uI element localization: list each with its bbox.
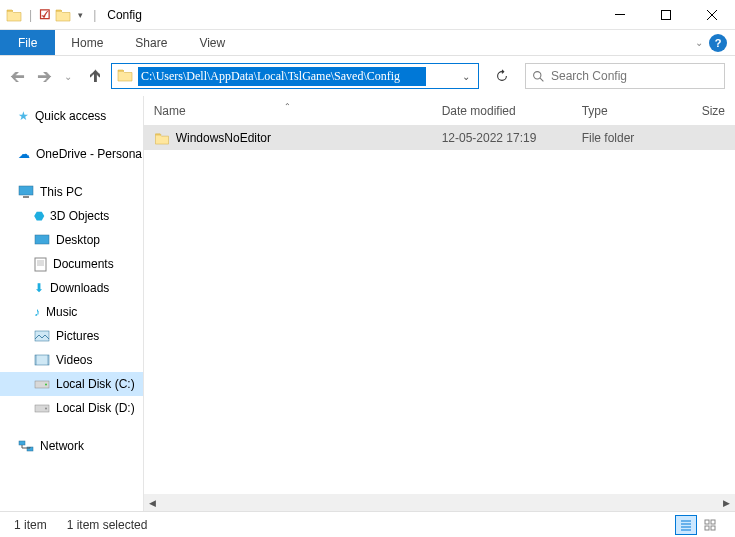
sidebar-item-local-disk-c[interactable]: Local Disk (C:) bbox=[0, 372, 143, 396]
svg-rect-4 bbox=[23, 196, 29, 198]
svg-rect-0 bbox=[615, 14, 625, 15]
star-icon: ★ bbox=[18, 109, 29, 123]
download-icon: ⬇ bbox=[34, 281, 44, 295]
status-bar: 1 item 1 item selected bbox=[0, 511, 735, 537]
content-pane: Name ⌃ Date modified Type Size WindowsNo… bbox=[144, 96, 735, 511]
sidebar-item-3d-objects[interactable]: ⬣ 3D Objects bbox=[0, 204, 143, 228]
document-icon bbox=[34, 257, 47, 272]
file-name: WindowsNoEditor bbox=[176, 131, 271, 145]
svg-rect-6 bbox=[35, 258, 46, 271]
horizontal-scrollbar[interactable]: ◀ ▶ bbox=[144, 494, 735, 511]
scroll-left-icon[interactable]: ◀ bbox=[144, 494, 161, 511]
view-icons-button[interactable] bbox=[699, 515, 721, 535]
sidebar-item-this-pc[interactable]: This PC bbox=[0, 180, 143, 204]
svg-rect-8 bbox=[35, 355, 49, 365]
svg-point-2 bbox=[534, 71, 541, 78]
sidebar-item-local-disk-d[interactable]: Local Disk (D:) bbox=[0, 396, 143, 420]
chevron-down-icon[interactable]: ⌄ bbox=[695, 37, 703, 48]
sidebar-item-onedrive[interactable]: ☁ OneDrive - Persona bbox=[0, 142, 143, 166]
drive-icon bbox=[34, 402, 50, 414]
icons-view-icon bbox=[704, 519, 716, 531]
icon-3d: ⬣ bbox=[34, 209, 44, 223]
window-controls bbox=[597, 0, 735, 30]
picture-icon bbox=[34, 330, 50, 342]
address-bar[interactable]: ⌄ bbox=[111, 63, 479, 89]
svg-point-10 bbox=[45, 384, 47, 386]
cloud-icon: ☁ bbox=[18, 147, 30, 161]
navigation-pane: ★ Quick access ☁ OneDrive - Persona This… bbox=[0, 96, 144, 511]
sidebar-item-videos[interactable]: Videos bbox=[0, 348, 143, 372]
view-details-button[interactable] bbox=[675, 515, 697, 535]
tab-home[interactable]: Home bbox=[55, 30, 119, 55]
column-name[interactable]: Name ⌃ bbox=[144, 104, 432, 118]
svg-rect-3 bbox=[19, 186, 33, 195]
status-item-count: 1 item bbox=[14, 518, 47, 532]
close-icon bbox=[707, 10, 717, 20]
svg-rect-16 bbox=[711, 520, 715, 524]
folder-icon bbox=[6, 8, 22, 22]
svg-rect-1 bbox=[662, 10, 671, 19]
sidebar-item-network[interactable]: Network bbox=[0, 434, 143, 458]
minimize-icon bbox=[615, 14, 625, 15]
file-row[interactable]: WindowsNoEditor 12-05-2022 17:19 File fo… bbox=[144, 126, 735, 150]
refresh-button[interactable] bbox=[487, 63, 517, 89]
title-bar: | ☑ ▾ | Config bbox=[0, 0, 735, 30]
sidebar-item-quick-access[interactable]: ★ Quick access bbox=[0, 104, 143, 128]
svg-rect-17 bbox=[705, 526, 709, 530]
search-box[interactable]: Search Config bbox=[525, 63, 725, 89]
music-icon: ♪ bbox=[34, 305, 40, 319]
sidebar-item-downloads[interactable]: ⬇ Downloads bbox=[0, 276, 143, 300]
svg-rect-13 bbox=[19, 441, 25, 445]
separator: | bbox=[26, 8, 35, 22]
search-icon bbox=[532, 70, 545, 83]
file-list[interactable]: WindowsNoEditor 12-05-2022 17:19 File fo… bbox=[144, 126, 735, 494]
scroll-right-icon[interactable]: ▶ bbox=[718, 494, 735, 511]
back-button[interactable]: 🡨 bbox=[10, 68, 25, 85]
svg-point-12 bbox=[45, 408, 47, 410]
up-button[interactable]: 🡩 bbox=[88, 68, 103, 85]
chevron-down-icon[interactable]: ⌄ bbox=[454, 71, 478, 82]
sidebar-item-pictures[interactable]: Pictures bbox=[0, 324, 143, 348]
column-type[interactable]: Type bbox=[572, 104, 692, 118]
ribbon-tabs: File Home Share View ⌄ ? bbox=[0, 30, 735, 56]
network-icon bbox=[18, 439, 34, 453]
navigation-bar: 🡨 🡪 ⌄ 🡩 ⌄ Search Config bbox=[0, 56, 735, 96]
maximize-button[interactable] bbox=[643, 0, 689, 30]
tab-view[interactable]: View bbox=[183, 30, 241, 55]
status-selected-count: 1 item selected bbox=[67, 518, 148, 532]
quick-access-toolbar: | ☑ ▾ | bbox=[0, 7, 99, 22]
search-placeholder: Search Config bbox=[551, 69, 627, 83]
folder-icon bbox=[55, 8, 71, 22]
maximize-icon bbox=[661, 10, 671, 20]
file-tab[interactable]: File bbox=[0, 30, 55, 55]
sidebar-item-desktop[interactable]: Desktop bbox=[0, 228, 143, 252]
window-title: Config bbox=[99, 8, 142, 22]
folder-icon bbox=[112, 68, 138, 85]
svg-rect-18 bbox=[711, 526, 715, 530]
file-date: 12-05-2022 17:19 bbox=[432, 131, 572, 145]
sidebar-item-music[interactable]: ♪ Music bbox=[0, 300, 143, 324]
forward-button[interactable]: 🡪 bbox=[37, 68, 52, 85]
column-size[interactable]: Size bbox=[692, 104, 735, 118]
chevron-down-icon[interactable]: ▾ bbox=[75, 10, 86, 20]
tab-share[interactable]: Share bbox=[119, 30, 183, 55]
sidebar-item-documents[interactable]: Documents bbox=[0, 252, 143, 276]
history-dropdown[interactable]: ⌄ bbox=[64, 71, 72, 82]
column-date[interactable]: Date modified bbox=[432, 104, 572, 118]
details-view-icon bbox=[680, 519, 692, 531]
close-button[interactable] bbox=[689, 0, 735, 30]
file-type: File folder bbox=[572, 131, 692, 145]
pc-icon bbox=[18, 185, 34, 199]
separator: | bbox=[90, 8, 99, 22]
video-icon bbox=[34, 354, 50, 366]
svg-rect-15 bbox=[705, 520, 709, 524]
address-input[interactable] bbox=[138, 67, 426, 86]
help-button[interactable]: ? bbox=[709, 34, 727, 52]
folder-icon bbox=[154, 132, 170, 145]
svg-rect-7 bbox=[35, 331, 49, 341]
svg-rect-5 bbox=[35, 235, 49, 244]
minimize-button[interactable] bbox=[597, 0, 643, 30]
body: ★ Quick access ☁ OneDrive - Persona This… bbox=[0, 96, 735, 511]
sort-caret-icon: ⌃ bbox=[284, 102, 291, 111]
check-icon[interactable]: ☑ bbox=[39, 7, 51, 22]
